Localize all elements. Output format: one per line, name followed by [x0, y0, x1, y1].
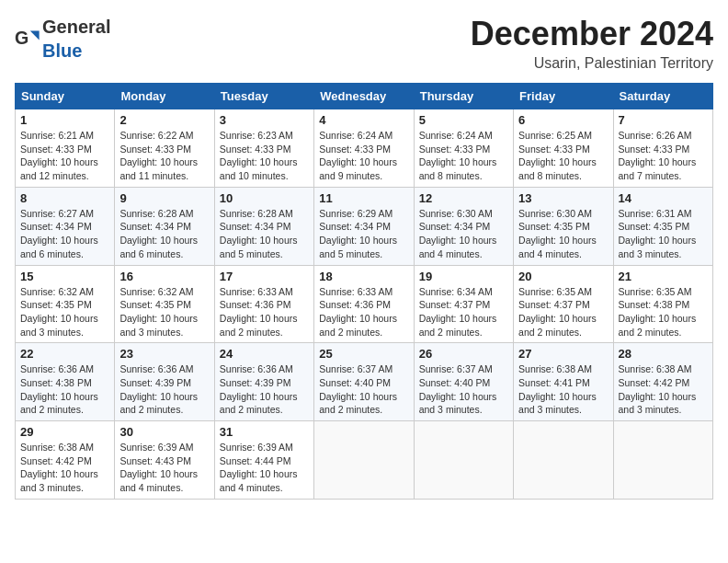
calendar-cell: 12Sunrise: 6:30 AM Sunset: 4:34 PM Dayli…	[414, 187, 513, 265]
logo-general-text: General	[42, 17, 110, 37]
day-info: Sunrise: 6:31 AM Sunset: 4:35 PM Dayligh…	[619, 207, 708, 261]
day-info: Sunrise: 6:38 AM Sunset: 4:42 PM Dayligh…	[619, 362, 708, 417]
calendar-header-friday: Friday	[514, 84, 613, 109]
calendar-header-monday: Monday	[115, 84, 214, 109]
day-info: Sunrise: 6:36 AM Sunset: 4:39 PM Dayligh…	[220, 362, 309, 417]
day-info: Sunrise: 6:25 AM Sunset: 4:33 PM Dayligh…	[518, 129, 608, 183]
day-info: Sunrise: 6:28 AM Sunset: 4:34 PM Dayligh…	[220, 207, 309, 261]
calendar-week-row: 15Sunrise: 6:32 AM Sunset: 4:35 PM Dayli…	[16, 265, 713, 343]
day-info: Sunrise: 6:34 AM Sunset: 4:37 PM Dayligh…	[419, 285, 508, 339]
day-number: 2	[119, 113, 209, 127]
day-number: 28	[619, 347, 708, 361]
day-number: 8	[20, 191, 109, 205]
day-info: Sunrise: 6:38 AM Sunset: 4:42 PM Dayligh…	[20, 441, 109, 495]
calendar-cell: 10Sunrise: 6:28 AM Sunset: 4:34 PM Dayli…	[214, 187, 313, 265]
calendar-cell: 25Sunrise: 6:37 AM Sunset: 4:40 PM Dayli…	[314, 343, 414, 421]
day-number: 25	[319, 347, 408, 361]
day-info: Sunrise: 6:23 AM Sunset: 4:33 PM Dayligh…	[220, 129, 309, 183]
day-number: 9	[119, 191, 209, 205]
calendar-cell: 8Sunrise: 6:27 AM Sunset: 4:34 PM Daylig…	[16, 187, 115, 265]
day-number: 6	[518, 113, 608, 127]
title-block: December 2024 Usarin, Palestinian Territ…	[471, 15, 713, 72]
calendar-cell: 28Sunrise: 6:38 AM Sunset: 4:42 PM Dayli…	[613, 343, 712, 421]
calendar-cell	[613, 421, 712, 500]
day-number: 11	[319, 191, 408, 205]
calendar-table: SundayMondayTuesdayWednesdayThursdayFrid…	[15, 83, 713, 500]
calendar-cell: 7Sunrise: 6:26 AM Sunset: 4:33 PM Daylig…	[613, 109, 712, 188]
calendar-cell: 11Sunrise: 6:29 AM Sunset: 4:34 PM Dayli…	[314, 187, 414, 265]
day-info: Sunrise: 6:22 AM Sunset: 4:33 PM Dayligh…	[119, 129, 209, 183]
day-info: Sunrise: 6:35 AM Sunset: 4:38 PM Dayligh…	[619, 285, 708, 339]
day-number: 13	[518, 191, 608, 205]
day-number: 16	[119, 270, 209, 283]
day-number: 15	[20, 270, 109, 283]
day-number: 24	[220, 347, 309, 361]
calendar-week-row: 22Sunrise: 6:36 AM Sunset: 4:38 PM Dayli…	[16, 343, 713, 421]
calendar-cell: 9Sunrise: 6:28 AM Sunset: 4:34 PM Daylig…	[115, 187, 214, 265]
svg-text:G: G	[15, 28, 28, 48]
day-number: 5	[419, 113, 508, 127]
day-number: 22	[20, 347, 109, 361]
calendar-cell: 18Sunrise: 6:33 AM Sunset: 4:36 PM Dayli…	[314, 265, 414, 343]
day-number: 12	[419, 191, 508, 205]
calendar-cell	[514, 421, 613, 500]
day-info: Sunrise: 6:30 AM Sunset: 4:34 PM Dayligh…	[419, 207, 508, 261]
calendar-cell: 24Sunrise: 6:36 AM Sunset: 4:39 PM Dayli…	[214, 343, 313, 421]
day-info: Sunrise: 6:28 AM Sunset: 4:34 PM Dayligh…	[119, 207, 209, 261]
day-info: Sunrise: 6:39 AM Sunset: 4:44 PM Dayligh…	[220, 441, 309, 495]
day-info: Sunrise: 6:37 AM Sunset: 4:40 PM Dayligh…	[319, 362, 408, 417]
day-number: 26	[419, 347, 508, 361]
month-title: December 2024	[471, 15, 713, 53]
calendar-week-row: 8Sunrise: 6:27 AM Sunset: 4:34 PM Daylig…	[16, 187, 713, 265]
day-number: 18	[319, 270, 408, 283]
calendar-cell: 6Sunrise: 6:25 AM Sunset: 4:33 PM Daylig…	[514, 109, 613, 188]
day-info: Sunrise: 6:38 AM Sunset: 4:41 PM Dayligh…	[518, 362, 608, 417]
day-number: 7	[619, 113, 708, 127]
day-number: 20	[518, 270, 608, 283]
day-number: 23	[119, 347, 209, 361]
calendar-cell: 29Sunrise: 6:38 AM Sunset: 4:42 PM Dayli…	[16, 421, 115, 500]
calendar-cell	[314, 421, 414, 500]
page-header: G General Blue December 2024 Usarin, Pal…	[15, 15, 713, 72]
logo-blue-text: Blue	[42, 40, 82, 61]
calendar-cell: 23Sunrise: 6:36 AM Sunset: 4:39 PM Dayli…	[115, 343, 214, 421]
day-number: 1	[20, 113, 109, 127]
calendar-cell: 19Sunrise: 6:34 AM Sunset: 4:37 PM Dayli…	[414, 265, 513, 343]
calendar-cell: 16Sunrise: 6:32 AM Sunset: 4:35 PM Dayli…	[115, 265, 214, 343]
day-number: 4	[319, 113, 408, 127]
day-number: 3	[220, 113, 309, 127]
day-number: 10	[220, 191, 309, 205]
calendar-header-sunday: Sunday	[16, 84, 115, 109]
calendar-header-wednesday: Wednesday	[314, 84, 414, 109]
location-subtitle: Usarin, Palestinian Territory	[471, 55, 713, 72]
day-info: Sunrise: 6:32 AM Sunset: 4:35 PM Dayligh…	[119, 285, 209, 339]
day-number: 14	[619, 191, 708, 205]
day-info: Sunrise: 6:36 AM Sunset: 4:38 PM Dayligh…	[20, 362, 109, 417]
day-info: Sunrise: 6:35 AM Sunset: 4:37 PM Dayligh…	[518, 285, 608, 339]
day-info: Sunrise: 6:37 AM Sunset: 4:40 PM Dayligh…	[419, 362, 508, 417]
day-info: Sunrise: 6:21 AM Sunset: 4:33 PM Dayligh…	[20, 129, 109, 183]
calendar-cell: 2Sunrise: 6:22 AM Sunset: 4:33 PM Daylig…	[115, 109, 214, 188]
logo: G General Blue	[15, 15, 110, 63]
day-info: Sunrise: 6:29 AM Sunset: 4:34 PM Dayligh…	[319, 207, 408, 261]
calendar-cell: 21Sunrise: 6:35 AM Sunset: 4:38 PM Dayli…	[613, 265, 712, 343]
calendar-header-row: SundayMondayTuesdayWednesdayThursdayFrid…	[16, 84, 713, 109]
calendar-cell: 3Sunrise: 6:23 AM Sunset: 4:33 PM Daylig…	[214, 109, 313, 188]
day-info: Sunrise: 6:24 AM Sunset: 4:33 PM Dayligh…	[419, 129, 508, 183]
calendar-week-row: 1Sunrise: 6:21 AM Sunset: 4:33 PM Daylig…	[16, 109, 713, 188]
day-info: Sunrise: 6:39 AM Sunset: 4:43 PM Dayligh…	[119, 441, 209, 495]
day-number: 19	[419, 270, 508, 283]
calendar-cell: 26Sunrise: 6:37 AM Sunset: 4:40 PM Dayli…	[414, 343, 513, 421]
calendar-cell: 17Sunrise: 6:33 AM Sunset: 4:36 PM Dayli…	[214, 265, 313, 343]
day-info: Sunrise: 6:32 AM Sunset: 4:35 PM Dayligh…	[20, 285, 109, 339]
day-number: 21	[619, 270, 708, 283]
calendar-cell: 5Sunrise: 6:24 AM Sunset: 4:33 PM Daylig…	[414, 109, 513, 188]
day-info: Sunrise: 6:36 AM Sunset: 4:39 PM Dayligh…	[119, 362, 209, 417]
svg-marker-1	[30, 31, 40, 40]
calendar-header-tuesday: Tuesday	[214, 84, 313, 109]
calendar-cell: 13Sunrise: 6:30 AM Sunset: 4:35 PM Dayli…	[514, 187, 613, 265]
calendar-cell: 22Sunrise: 6:36 AM Sunset: 4:38 PM Dayli…	[16, 343, 115, 421]
calendar-cell: 30Sunrise: 6:39 AM Sunset: 4:43 PM Dayli…	[115, 421, 214, 500]
logo-icon: G	[15, 26, 40, 52]
day-number: 31	[220, 425, 309, 439]
